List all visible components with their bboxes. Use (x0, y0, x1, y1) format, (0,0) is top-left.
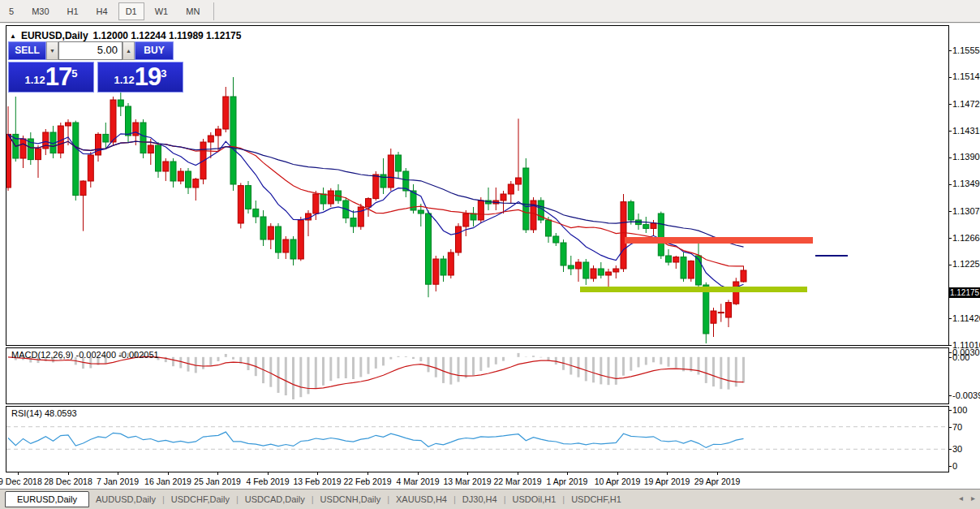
chart-tab-audusd-daily[interactable]: AUDUSD,Daily (89, 492, 162, 507)
timeframe-button-h4[interactable]: H4 (89, 2, 115, 20)
axis-tick (68, 472, 69, 475)
rsi-axis-label: 70 (952, 422, 962, 432)
tabs-scroll-left-icon[interactable]: ◂ (959, 494, 963, 503)
date-axis-label: 28 Dec 2018 (40, 477, 97, 486)
tabs-scroll-right-icon[interactable]: ▸ (971, 494, 975, 503)
volume-input[interactable]: 5.00 (58, 41, 122, 60)
chart-tab-usdcnh-daily[interactable]: USDCNH,Daily (314, 492, 388, 507)
chart-workspace: ▲ EURUSD,Daily 1.12000 1.12244 1.11989 1… (0, 24, 980, 489)
axis-tick (268, 472, 269, 475)
axis-tick (949, 352, 952, 353)
bid-price-pip-digit: 5 (71, 68, 77, 79)
date-axis-label: 4 Mar 2019 (389, 477, 446, 486)
rsi-chart[interactable] (6, 407, 948, 472)
axis-tick (949, 131, 952, 132)
chart-tab-usdcad-daily[interactable]: USDCAD,Daily (239, 492, 312, 507)
date-axis-label: 13 Feb 2019 (289, 477, 346, 486)
chart-tab-xauusd-h4[interactable]: XAUUSD,H4 (389, 492, 453, 507)
price-axis-label: 1.11420 (952, 313, 980, 323)
axis-tick (18, 472, 19, 475)
chart-tab-usdoil-h1[interactable]: USDOil,H1 (506, 492, 563, 507)
rsi-panel[interactable] (6, 406, 949, 472)
axis-tick (118, 472, 118, 475)
date-axis-label: 22 Mar 2019 (489, 477, 546, 486)
axis-tick (518, 472, 518, 475)
axis-tick (949, 427, 952, 428)
date-axis-label: 13 Mar 2019 (439, 477, 496, 486)
bid-price-big-digits: 17 (45, 65, 71, 89)
axis-tick (949, 238, 952, 239)
ask-price-display[interactable]: 1.12 19 3 (97, 62, 183, 93)
short-trendline (815, 255, 848, 257)
price-axis-label: 1.13070 (952, 206, 980, 216)
current-price-tag: 1.12175 (949, 287, 980, 298)
rsi-axis-label: 0 (952, 461, 957, 471)
timeframe-button-d1[interactable]: D1 (118, 2, 144, 20)
axis-tick (949, 357, 952, 358)
rsi-axis-label: 100 (952, 405, 967, 415)
rsi-line (8, 432, 744, 447)
date-axis-label: 1 Apr 2019 (539, 477, 595, 486)
toolbar-separator (213, 2, 214, 20)
axis-tick (317, 472, 318, 475)
collapse-triangle-icon[interactable]: ▲ (10, 32, 16, 40)
price-axis-label: 1.15140 (952, 71, 980, 81)
timeframe-button-5[interactable]: 5 (2, 2, 21, 20)
axis-tick (467, 472, 468, 475)
axis-tick (949, 410, 952, 411)
volume-decrease-button[interactable]: ▼ (46, 41, 58, 60)
rsi-axis-label: 30 (952, 444, 962, 454)
date-axis-label: 19 Apr 2019 (638, 477, 695, 486)
sell-button[interactable]: SELL (8, 41, 46, 60)
price-axis-label: 1.11010 (952, 340, 980, 350)
timeframe-button-h1[interactable]: H1 (60, 2, 86, 20)
price-axis-label: 1.12660 (952, 233, 980, 243)
price-axis[interactable]: 0.0030950.00-0.003947100703001.155501.15… (949, 24, 980, 489)
ask-price-pip-digit: 3 (161, 68, 166, 79)
axis-tick (717, 472, 718, 475)
date-axis-label: 22 Feb 2019 (339, 477, 396, 486)
chart-tab-dj30-h4[interactable]: DJ30,H4 (456, 492, 504, 507)
axis-tick (949, 211, 952, 212)
chart-tab-usdchf-daily[interactable]: USDCHF,Daily (165, 492, 236, 507)
axis-tick (949, 466, 952, 467)
price-axis-label: 1.14720 (952, 99, 980, 109)
chart-ohlc-values: 1.12000 1.12244 1.11989 1.12175 (93, 30, 242, 41)
axis-tick (949, 184, 952, 185)
bid-price-display[interactable]: 1.12 17 5 (8, 62, 94, 93)
date-axis-label: 25 Jan 2019 (189, 477, 246, 486)
axis-tick (217, 472, 218, 475)
axis-tick (168, 472, 169, 475)
chart-tab-eurusd-daily[interactable]: EURUSD,Daily (5, 491, 89, 507)
price-axis-label: 1.15550 (952, 45, 980, 55)
axis-tick (949, 265, 952, 265)
timeframe-button-w1[interactable]: W1 (148, 2, 176, 20)
chart-tab-usdchf-h1[interactable]: USDCHF,H1 (565, 492, 628, 507)
chart-title: ▲ EURUSD,Daily 1.12000 1.12244 1.11989 1… (10, 30, 241, 41)
date-axis[interactable]: 19 Dec 201828 Dec 20187 Jan 201916 Jan 2… (0, 472, 948, 489)
date-axis-label: 16 Jan 2019 (140, 477, 196, 486)
resistance-line (625, 237, 813, 244)
axis-tick (617, 472, 618, 475)
price-axis-label: 1.12250 (952, 259, 980, 269)
chart-symbol-label: EURUSD,Daily (21, 30, 88, 41)
axis-tick (949, 157, 952, 158)
candles (6, 77, 746, 343)
date-axis-label: 10 Apr 2019 (589, 477, 646, 486)
buy-button[interactable]: BUY (135, 41, 174, 60)
one-click-trading-panel: SELL ▼ 5.00 ▲ BUY 1.12 17 5 1.12 19 3 (8, 41, 183, 93)
axis-tick (368, 472, 368, 475)
axis-tick (949, 77, 952, 78)
axis-tick (567, 472, 568, 475)
rsi-label: RSI(14) 48.0593 (11, 408, 77, 418)
axis-tick (949, 345, 952, 346)
macd-axis-min: -0.003947 (952, 390, 980, 400)
volume-increase-button[interactable]: ▲ (122, 41, 135, 60)
bid-price-base: 1.12 (24, 71, 45, 89)
axis-tick (949, 104, 952, 105)
timeframe-button-mn[interactable]: MN (178, 2, 207, 20)
price-axis-label: 1.13490 (952, 179, 980, 188)
macd-label: MACD(12,26,9) -0.002400 -0.002051 (11, 350, 159, 360)
price-axis-label: 1.13900 (952, 152, 980, 162)
timeframe-button-m30[interactable]: M30 (24, 2, 56, 20)
